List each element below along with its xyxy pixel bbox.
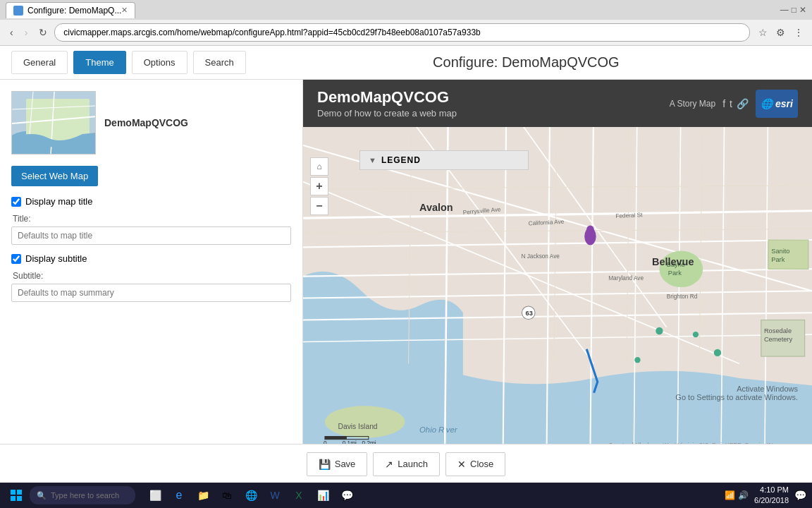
- svg-text:N Jackson Ave: N Jackson Ave: [521, 253, 560, 260]
- legend-header[interactable]: ▼ LEGEND: [360, 151, 528, 169]
- map-thumbnail: [11, 91, 96, 155]
- title-field-label: Title:: [13, 214, 291, 224]
- subtitle-field-label: Subtitle:: [13, 271, 291, 281]
- volume-icon: 🔊: [738, 490, 749, 500]
- select-web-map-btn[interactable]: Select Web Map: [11, 166, 98, 186]
- taskbar: 🔍 ⬜ e 📁 🛍 🌐 W X 📊 💬 📶 🔊 4:10 PM 6/20/201…: [0, 483, 812, 508]
- esri-globe-icon: 🌐: [761, 98, 773, 109]
- taskbar-excel-btn[interactable]: X: [288, 484, 310, 507]
- start-btn[interactable]: [6, 485, 27, 505]
- extensions-btn[interactable]: ⚙: [773, 25, 788, 40]
- close-icon: ✕: [457, 459, 466, 470]
- map-controls: ⌂ + −: [310, 157, 328, 217]
- tab-search[interactable]: Search: [193, 51, 246, 74]
- legend-label: LEGEND: [381, 155, 421, 165]
- taskbar-time: 4:10 PM 6/20/2018: [754, 485, 789, 507]
- save-button[interactable]: 💾 Save: [307, 452, 368, 476]
- facebook-icon[interactable]: f: [722, 98, 725, 109]
- network-icon: 📶: [725, 490, 735, 500]
- tab-close-btn[interactable]: ✕: [121, 6, 128, 15]
- main-layout: DemoMapQVCOG Select Web Map Display map …: [0, 80, 812, 444]
- map-header-right: A Story Map f t 🔗 🌐 esri: [670, 90, 798, 118]
- subtitle-input[interactable]: [11, 284, 291, 302]
- page-title: Configure: DemoMapQVCOG: [252, 54, 801, 71]
- svg-point-46: [634, 357, 640, 363]
- display-title-label: Display map title: [25, 196, 92, 207]
- reload-btn[interactable]: ↻: [35, 24, 51, 41]
- esri-logo: 🌐 esri: [756, 90, 798, 118]
- url-bar[interactable]: civicmapper.maps.arcgis.com/home/webmap/…: [54, 23, 750, 42]
- close-btn[interactable]: ✕: [799, 5, 806, 15]
- app-header: General Theme Options Search Configure: …: [0, 46, 812, 80]
- tab-general[interactable]: General: [11, 51, 68, 74]
- taskbar-cortana-btn[interactable]: ⬜: [144, 484, 166, 507]
- save-icon: 💾: [319, 459, 331, 470]
- launch-button[interactable]: ↗ Launch: [373, 452, 440, 476]
- zoom-out-btn[interactable]: −: [310, 197, 328, 215]
- display-map-title-row: Display map title: [11, 196, 291, 207]
- svg-text:63: 63: [526, 310, 533, 317]
- zoom-in-btn[interactable]: +: [310, 177, 328, 195]
- twitter-icon[interactable]: t: [730, 98, 732, 109]
- taskbar-chrome-btn[interactable]: 🌐: [240, 484, 262, 507]
- display-subtitle-label: Display subtitle: [25, 253, 87, 264]
- forward-btn[interactable]: ›: [20, 24, 32, 41]
- browser-chrome: Configure: DemoMapQ... ✕ — □ ✕ ‹ › ↻ civ…: [0, 0, 812, 46]
- maximize-btn[interactable]: □: [792, 5, 796, 15]
- taskbar-sys-icons: 📶 🔊: [725, 490, 749, 500]
- title-bar: Configure: DemoMapQ... ✕ — □ ✕: [0, 0, 812, 20]
- social-icons: f t 🔗: [722, 98, 749, 109]
- menu-btn[interactable]: ⋮: [791, 25, 806, 40]
- zoom-home-btn[interactable]: ⌂: [310, 157, 328, 176]
- taskbar-search-box[interactable]: 🔍: [30, 486, 135, 504]
- svg-text:Park: Park: [771, 256, 785, 263]
- taskbar-word-btn[interactable]: W: [264, 484, 286, 507]
- svg-point-44: [693, 332, 699, 337]
- taskbar-store-btn[interactable]: 🛍: [216, 484, 238, 507]
- svg-point-42: [586, 225, 593, 232]
- link-icon[interactable]: 🔗: [737, 98, 749, 109]
- legend-chevron-icon: ▼: [369, 156, 377, 164]
- left-panel: DemoMapQVCOG Select Web Map Display map …: [0, 80, 303, 444]
- close-button[interactable]: ✕ Close: [445, 452, 505, 476]
- notification-icon[interactable]: 💬: [794, 490, 806, 501]
- map-header: DemoMapQVCOG Demo of how to create a web…: [303, 80, 812, 127]
- display-title-checkbox[interactable]: [11, 197, 21, 207]
- back-btn[interactable]: ‹: [6, 24, 18, 41]
- right-panel: Ohio River Davis Island: [303, 80, 812, 444]
- svg-text:Sanito: Sanito: [771, 248, 789, 255]
- taskbar-edge-btn[interactable]: e: [168, 484, 190, 507]
- taskbar-apps: ⬜ e 📁 🛍 🌐 W X 📊 💬: [144, 484, 358, 507]
- map-svg: Ohio River Davis Island: [303, 80, 812, 444]
- svg-text:Avalon: Avalon: [419, 202, 453, 213]
- browser-tab[interactable]: Configure: DemoMapQ... ✕: [6, 2, 135, 18]
- map-app-title: DemoMapQVCOG: [317, 88, 457, 107]
- svg-text:Ohio River: Ohio River: [419, 425, 458, 434]
- svg-text:0.2mi: 0.2mi: [362, 440, 376, 444]
- taskbar-search-input[interactable]: [51, 491, 128, 500]
- legend-panel: ▼ LEGEND: [359, 150, 529, 170]
- map-canvas: Ohio River Davis Island: [303, 80, 812, 444]
- taskbar-explorer-btn[interactable]: 📁: [192, 484, 214, 507]
- display-subtitle-row: Display subtitle: [11, 253, 291, 264]
- taskbar-app9-btn[interactable]: 📊: [312, 484, 334, 507]
- svg-text:Park: Park: [668, 270, 682, 277]
- svg-text:0: 0: [324, 440, 327, 444]
- map-header-left: DemoMapQVCOG Demo of how to create a web…: [317, 88, 457, 119]
- display-subtitle-checkbox[interactable]: [11, 254, 21, 264]
- svg-text:Davis Island: Davis Island: [338, 423, 378, 430]
- minimize-btn[interactable]: —: [780, 5, 789, 15]
- svg-text:Brighton Rd: Brighton Rd: [667, 294, 698, 300]
- tab-theme[interactable]: Theme: [73, 51, 125, 74]
- taskbar-app10-btn[interactable]: 💬: [336, 484, 358, 507]
- nav-bar: ‹ › ↻ civicmapper.maps.arcgis.com/home/w…: [0, 20, 812, 45]
- svg-text:Maryland Ave: Maryland Ave: [608, 275, 644, 282]
- tab-favicon: [13, 6, 23, 16]
- title-input[interactable]: [11, 226, 291, 245]
- svg-text:0.1mi: 0.1mi: [343, 440, 357, 444]
- story-map-label: A Story Map: [670, 99, 715, 109]
- thumbnail-svg: [12, 92, 96, 155]
- tab-options[interactable]: Options: [132, 51, 187, 74]
- bookmark-btn[interactable]: ☆: [756, 25, 770, 40]
- map-preview-row: DemoMapQVCOG: [11, 91, 291, 155]
